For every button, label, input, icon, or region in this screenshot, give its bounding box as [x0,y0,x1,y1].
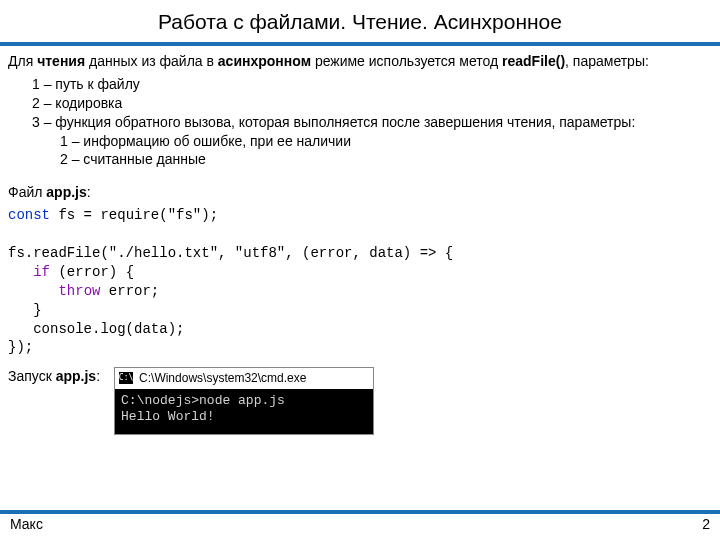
param-2: 2 – кодировка [8,94,712,113]
file-label-line: Файл app.js: [8,183,712,202]
file-label: Файл [8,184,46,200]
intro-paragraph: Для чтения данных из файла в асинхронном… [8,52,712,71]
file-name: app.js [46,184,86,200]
console-line-1: C:\nodejs>node app.js [121,393,367,410]
console-title-text: C:\Windows\system32\cmd.exe [139,370,306,386]
content: Для чтения данных из файла в асинхронном… [0,52,720,435]
kw-throw: throw [58,283,100,299]
divider-top [0,42,720,46]
cmd-icon: C:\ [119,372,133,384]
code-line: }); [8,339,33,355]
console-titlebar: C:\ C:\Windows\system32\cmd.exe [115,368,373,388]
code-line: console.log(data); [8,321,184,337]
footer: Макс 2 [0,510,720,540]
run-label-line: Запуск app.js: [8,367,100,386]
run-label: Запуск [8,368,56,384]
code-block: const fs = require("fs"); fs.readFile(".… [8,206,712,357]
kw-const: const [8,207,50,223]
run-name: app.js [56,368,96,384]
kw-if: if [33,264,50,280]
code-line: fs.readFile("./hello.txt", "utf8", (erro… [8,245,453,261]
param-3: 3 – функция обратного вызова, которая вы… [8,113,712,132]
cb-param-2: 2 – считанные данные [8,150,712,169]
console-window: C:\ C:\Windows\system32\cmd.exe C:\nodej… [114,367,374,435]
console-line-2: Hello World! [121,409,367,426]
page-title: Работа с файлами. Чтение. Асинхронное [0,0,720,40]
footer-page-number: 2 [702,516,710,532]
console-body: C:\nodejs>node app.js Hello World! [115,389,373,435]
cb-param-1: 1 – информацию об ошибке, при ее наличии [8,132,712,151]
code-line: } [8,302,42,318]
param-1: 1 – путь к файлу [8,75,712,94]
footer-author: Макс [10,516,43,532]
